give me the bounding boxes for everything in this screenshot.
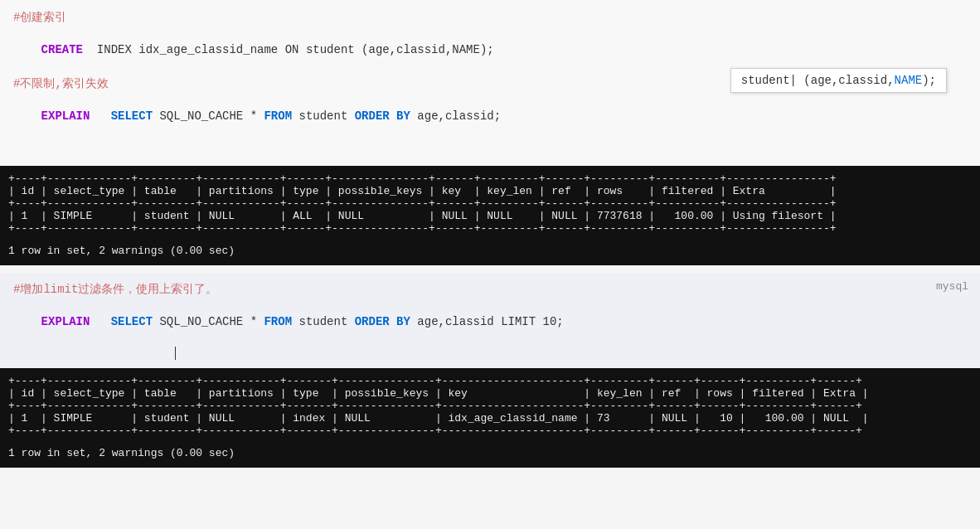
tooltip-cursor: |	[790, 74, 797, 87]
mysql-label: mysql	[936, 280, 968, 293]
table2-header: | id | select_type | table | partitions …	[8, 387, 869, 400]
result-table-1: +----+-------------+---------+----------…	[0, 166, 980, 241]
select-keyword-2: SELECT	[90, 315, 153, 328]
table2-data-row: | 1 | SIMPLE | student | NULL | index | …	[8, 412, 869, 425]
tooltip-name: NAME	[895, 74, 923, 87]
tooltip-student: student	[741, 74, 790, 87]
order-keyword-2: ORDER BY	[355, 315, 410, 328]
explain-keyword-2: EXPLAIN	[41, 315, 90, 328]
comment-create-index: #创建索引	[13, 10, 967, 25]
table-name-2: student	[292, 315, 355, 328]
index-rest: INDEX idx_age_classid_name ON student (a…	[83, 43, 494, 56]
table1-border-mid: +----+-------------+---------+----------…	[8, 197, 837, 210]
orderby-cols-2: age,classid LIMIT 10;	[410, 315, 564, 328]
table2-border-bot: +----+-------------+---------+----------…	[8, 425, 862, 437]
tooltip-box: student| (age,classid,NAME);	[730, 68, 947, 93]
result-footer-1: 1 row in set, 2 warnings (0.00 sec)	[0, 241, 980, 265]
from-keyword-2: FROM	[264, 315, 292, 328]
table2-border-top: +----+-------------+---------+----------…	[8, 375, 862, 387]
table1-border-top: +----+-------------+---------+----------…	[8, 172, 837, 185]
tooltip-end: );	[922, 74, 936, 87]
table1-header: | id | select_type | table | partitions …	[8, 185, 837, 197]
editor-area-2: mysql #增加limit过滤条件，使用上索引了。 EXPLAIN SELEC…	[0, 274, 980, 368]
table2-border-mid: +----+-------------+---------+----------…	[8, 400, 862, 412]
comment-limit: #增加limit过滤条件，使用上索引了。	[13, 282, 967, 297]
table1-border-bot: +----+-------------+---------+----------…	[8, 222, 837, 235]
result-footer-2: 1 row in set, 2 warnings (0.00 sec)	[0, 444, 980, 468]
table-name-1: student	[292, 109, 355, 123]
create-index-line: CREATE INDEX idx_age_classid_name ON stu…	[13, 30, 967, 70]
explain-rest-1: SQL_NO_CACHE *	[153, 109, 264, 123]
from-keyword-1: FROM	[264, 109, 292, 123]
select-keyword-1: SELECT	[90, 109, 153, 123]
table1-data-row: | 1 | SIMPLE | student | NULL | ALL | NU…	[8, 210, 837, 222]
orderby-cols-1: age,classid;	[410, 109, 501, 123]
spacer-1	[0, 265, 980, 274]
explain-rest-2: SQL_NO_CACHE *	[153, 315, 264, 328]
text-cursor	[175, 347, 176, 360]
cursor-indent	[13, 347, 175, 360]
order-keyword-1: ORDER BY	[355, 109, 410, 123]
editor-area-1: #创建索引 CREATE INDEX idx_age_classid_name …	[0, 0, 980, 166]
explain-keyword-1: EXPLAIN	[41, 109, 90, 123]
create-keyword: CREATE	[41, 43, 83, 56]
explain-line-2: EXPLAIN SELECT SQL_NO_CACHE * FROM stude…	[13, 302, 967, 342]
tooltip-part2: (age,classid,	[797, 74, 895, 87]
result-table-2: +----+-------------+---------+----------…	[0, 368, 980, 444]
explain-line-1: EXPLAIN SELECT SQL_NO_CACHE * FROM stude…	[13, 96, 967, 136]
cursor-line	[13, 347, 967, 360]
